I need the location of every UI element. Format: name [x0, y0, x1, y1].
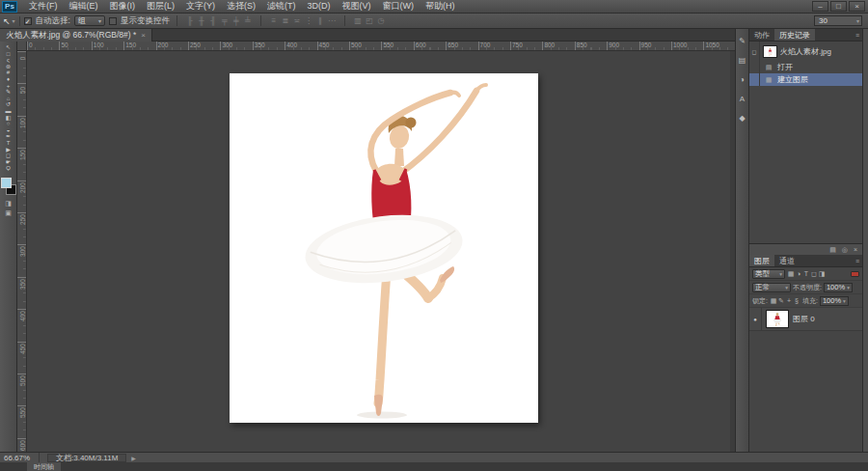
history-snapshot-row[interactable]: ◻ 火焰人素材.jpg: [749, 42, 862, 61]
menu-file[interactable]: 文件(F): [23, 0, 64, 13]
status-options-arrow[interactable]: ▶: [131, 455, 136, 461]
zoom-level-field[interactable]: 66.67%: [4, 454, 31, 462]
distribute-right-icon[interactable]: ⋯: [326, 16, 338, 25]
move-tool[interactable]: ↖: [0, 44, 16, 51]
vertical-scrollbar[interactable]: [730, 51, 735, 452]
auto-align-layers-icon[interactable]: ▥: [352, 16, 364, 25]
history-brush-source-cell[interactable]: [749, 61, 760, 73]
history-brush-source-cell[interactable]: ◻: [749, 42, 760, 61]
distribute-bottom-icon[interactable]: ≍: [291, 16, 303, 25]
eraser-tool[interactable]: ▬: [0, 108, 16, 115]
history-state[interactable]: ▤ 打开: [749, 61, 862, 73]
menu-view[interactable]: 视图(V): [337, 0, 377, 13]
panel-menu-icon[interactable]: ≡: [855, 255, 862, 266]
align-vcenter-icon[interactable]: ╪: [231, 16, 242, 25]
menu-layer[interactable]: 图层(L): [141, 0, 180, 13]
lock-transparent-pixels-icon[interactable]: ▦: [770, 297, 777, 305]
layer-filter-toggle[interactable]: [851, 271, 859, 277]
filter-shape-layers-icon[interactable]: ◻: [810, 270, 818, 278]
align-bottom-icon[interactable]: ╧: [242, 16, 254, 25]
menu-help[interactable]: 帮助(H): [420, 0, 461, 13]
filter-smart-objects-icon[interactable]: ◨: [818, 270, 826, 278]
visibility-eye-icon[interactable]: ●: [749, 308, 762, 330]
dodge-tool[interactable]: ◒: [0, 127, 16, 134]
minimize-button[interactable]: –: [812, 1, 828, 12]
history-state[interactable]: ▦ 建立图层: [749, 73, 862, 86]
history-brush-tool[interactable]: ↺: [0, 101, 16, 108]
layer-row[interactable]: ● 图层 0: [749, 308, 862, 331]
3d-mode-orbit-icon[interactable]: ◷: [375, 16, 387, 25]
document-close-icon[interactable]: ×: [141, 31, 146, 40]
quick-selection-tool[interactable]: ⊛: [0, 64, 16, 70]
blur-tool[interactable]: ○: [0, 121, 16, 127]
color-panel-icon[interactable]: ▤: [739, 56, 746, 65]
document-canvas[interactable]: [230, 73, 538, 423]
hand-tool[interactable]: ☛: [0, 159, 16, 166]
quick-mask-button[interactable]: ◨: [0, 199, 16, 208]
tab-layers[interactable]: 图层: [749, 255, 774, 266]
close-button[interactable]: ×: [849, 1, 865, 12]
screen-mode-button[interactable]: ▣: [0, 208, 16, 218]
3d-mode-rotate-icon[interactable]: ◰: [364, 16, 375, 25]
filter-pixel-layers-icon[interactable]: ▦: [787, 270, 795, 278]
spot-healing-tool[interactable]: +: [0, 83, 16, 90]
menu-window[interactable]: 窗口(W): [377, 0, 420, 13]
zoom-tool[interactable]: Ϙ: [0, 165, 16, 172]
distribute-hcenter-icon[interactable]: ∥: [314, 16, 326, 25]
tab-channels[interactable]: 通道: [774, 255, 800, 266]
filter-adjustment-layers-icon[interactable]: ◑: [795, 270, 802, 278]
auto-select-checkbox[interactable]: ✓: [24, 17, 32, 25]
character-panel-icon[interactable]: A: [740, 95, 745, 103]
fill-field[interactable]: 100% ▾: [820, 296, 849, 306]
distribute-vcenter-icon[interactable]: ≣: [280, 16, 291, 25]
lasso-tool[interactable]: ς: [0, 57, 16, 64]
adjustments-panel-icon[interactable]: ◑: [740, 75, 745, 84]
gradient-tool[interactable]: ◧: [0, 115, 16, 122]
new-document-from-state-icon[interactable]: ▤: [829, 246, 836, 254]
restore-button[interactable]: □: [830, 1, 847, 12]
blend-mode-dropdown[interactable]: 正常 ▾: [752, 283, 791, 292]
brush-tool[interactable]: ✎: [0, 89, 16, 96]
distribute-top-icon[interactable]: ≡: [268, 16, 280, 25]
history-brush-source-cell[interactable]: [749, 73, 760, 86]
options-numeric-field[interactable]: 30 ▾: [814, 15, 862, 26]
eyedropper-tool[interactable]: ♦: [0, 76, 16, 83]
lock-image-pixels-icon[interactable]: ✎: [777, 297, 785, 305]
menu-select[interactable]: 选择(S): [221, 0, 261, 13]
distribute-left-icon[interactable]: ⋮: [303, 16, 314, 25]
pen-tool[interactable]: ✒: [0, 133, 16, 140]
opacity-field[interactable]: 100% ▾: [824, 283, 853, 292]
menu-type[interactable]: 文字(Y): [180, 0, 221, 13]
path-selection-tool[interactable]: ▶: [0, 147, 16, 153]
tab-timeline[interactable]: 时间轴: [27, 462, 61, 471]
brush-panel-icon[interactable]: ✎: [739, 37, 746, 45]
menu-edit[interactable]: 编辑(E): [64, 0, 104, 13]
auto-select-target-dropdown[interactable]: 组 ▾: [74, 15, 105, 26]
new-snapshot-icon[interactable]: ◎: [842, 246, 848, 254]
foreground-color-swatch[interactable]: [1, 178, 12, 188]
tab-actions[interactable]: 动作: [749, 29, 774, 41]
crop-tool[interactable]: #: [0, 69, 16, 76]
align-top-icon[interactable]: ╤: [219, 16, 231, 25]
styles-panel-icon[interactable]: ◆: [739, 114, 745, 123]
menu-image[interactable]: 图像(I): [104, 0, 142, 13]
align-right-icon[interactable]: ╢: [207, 16, 219, 25]
menu-3d[interactable]: 3D(D): [302, 0, 337, 13]
rectangular-marquee-tool[interactable]: □: [0, 51, 16, 58]
layer-thumbnail[interactable]: [766, 310, 789, 328]
layer-filter-dropdown[interactable]: 类型 ▾: [752, 269, 785, 279]
filter-type-layers-icon[interactable]: T: [802, 270, 810, 278]
clone-stamp-tool[interactable]: ⌂: [0, 96, 16, 102]
menu-filter[interactable]: 滤镜(T): [261, 0, 302, 13]
document-tab[interactable]: 火焰人素材.jpg @ 66.7%(RGB/8#) * ×: [0, 29, 152, 42]
align-left-icon[interactable]: ╟: [184, 16, 196, 25]
shape-tool[interactable]: ◻: [0, 152, 16, 159]
lock-position-icon[interactable]: +: [785, 297, 793, 305]
lock-all-icon[interactable]: §: [793, 297, 800, 305]
panel-menu-icon[interactable]: ≡: [855, 29, 862, 41]
tool-preset-picker[interactable]: ↖ ▾: [3, 16, 20, 26]
type-tool[interactable]: T: [0, 140, 16, 147]
align-hcenter-icon[interactable]: ╫: [196, 16, 207, 25]
show-transform-checkbox[interactable]: [109, 17, 117, 25]
delete-state-icon[interactable]: ×: [854, 246, 857, 253]
